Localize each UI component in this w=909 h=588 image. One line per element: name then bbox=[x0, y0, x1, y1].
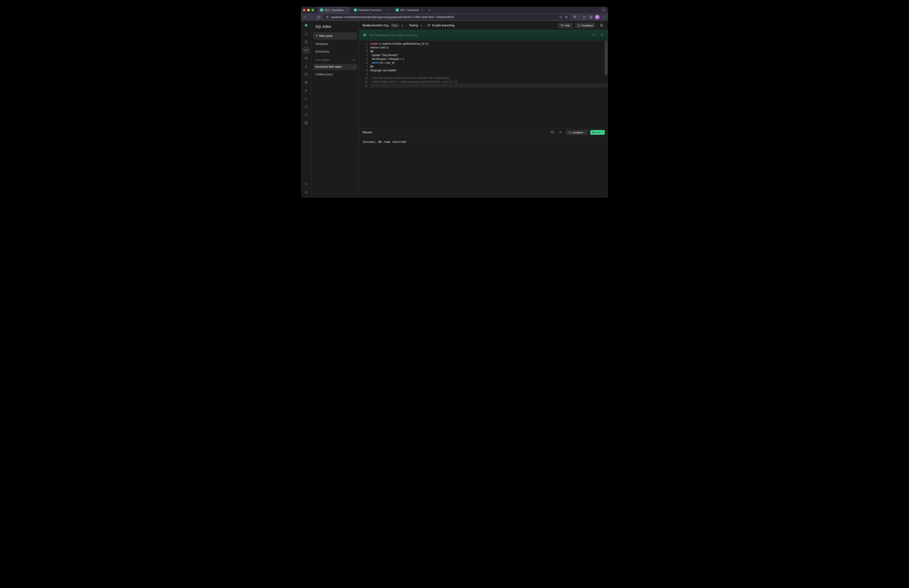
svg-point-4 bbox=[604, 16, 604, 16]
main-panel: BeeBombshell's Org Free ⇅ / Testing ⇅ / … bbox=[359, 21, 608, 198]
tab-title: Database Functions | Supaba bbox=[358, 8, 385, 11]
query-item[interactable]: Increment field value ⌄ bbox=[313, 64, 357, 70]
search-icon[interactable] bbox=[303, 181, 310, 188]
line-gutter: 123456789101112 bbox=[359, 40, 370, 128]
section-label: Your queries bbox=[315, 58, 330, 61]
address-bar[interactable]: supabase.com/dashboard/project/jjirvujja… bbox=[323, 14, 570, 20]
zoom-icon[interactable] bbox=[559, 15, 563, 19]
sql-editor-icon[interactable] bbox=[303, 47, 310, 54]
favorite-icon[interactable] bbox=[550, 131, 555, 134]
ai-diamond-icon bbox=[363, 33, 367, 37]
tabs-dropdown-button[interactable]: ⌄ bbox=[601, 8, 606, 12]
notifications-button[interactable] bbox=[598, 23, 605, 29]
org-crumb[interactable]: BeeBombshell's Org Free ⇅ bbox=[363, 24, 404, 27]
logs-icon[interactable] bbox=[303, 103, 310, 110]
site-settings-icon[interactable] bbox=[325, 15, 329, 19]
svg-point-16 bbox=[428, 26, 429, 26]
svg-point-1 bbox=[328, 18, 328, 18]
reading-list-icon[interactable] bbox=[582, 15, 587, 19]
svg-point-19 bbox=[593, 35, 594, 36]
run-button[interactable]: Run ⌘ ↵ bbox=[590, 130, 605, 135]
close-window-button[interactable] bbox=[303, 9, 305, 11]
close-tab-button[interactable]: × bbox=[421, 8, 423, 12]
help-button[interactable]: Help bbox=[558, 23, 573, 28]
favicon-icon bbox=[354, 8, 357, 11]
browser-menu-button[interactable] bbox=[601, 15, 606, 19]
new-query-label: New query bbox=[319, 34, 333, 37]
plan-badge: Free bbox=[390, 24, 399, 27]
project-topbar: BeeBombshell's Org Free ⇅ / Testing ⇅ / … bbox=[359, 21, 608, 30]
reload-button[interactable] bbox=[316, 15, 321, 19]
home-icon[interactable] bbox=[303, 31, 310, 37]
quickstarts-link[interactable]: Quickstarts bbox=[313, 48, 357, 55]
sidebar-section-header: Your queries bbox=[313, 56, 357, 62]
results-header: Results ⌄ role postgres ⌄ Run ⌘ ↵ bbox=[359, 128, 608, 136]
svg-point-6 bbox=[604, 18, 604, 18]
url-text: supabase.com/dashboard/project/jjirvujja… bbox=[331, 15, 557, 19]
favicon-icon bbox=[396, 8, 399, 11]
browser-tab[interactable]: SQL | Supabase × bbox=[318, 6, 350, 13]
query-label: Increment field value bbox=[315, 65, 342, 68]
search-queries-icon[interactable] bbox=[352, 58, 355, 61]
tab-strip: SQL | Supabase × Database Functions | Su… bbox=[301, 6, 608, 13]
storage-icon[interactable] bbox=[303, 71, 310, 78]
auth-icon[interactable] bbox=[303, 63, 310, 70]
tab-title: SQL | Supabase bbox=[400, 8, 419, 11]
templates-link[interactable]: Templates bbox=[313, 41, 357, 47]
user-icon[interactable] bbox=[303, 189, 310, 196]
wrap-icon[interactable] bbox=[558, 131, 563, 134]
chevron-down-icon: ⌄ bbox=[373, 131, 375, 134]
query-item[interactable]: Untitled query bbox=[313, 71, 357, 78]
extensions-button[interactable] bbox=[572, 15, 577, 19]
code-content[interactable]: create or replace function getBreed(row_… bbox=[370, 40, 608, 128]
maximize-window-button[interactable] bbox=[312, 9, 314, 11]
browser-toolbar: supabase.com/dashboard/project/jjirvujja… bbox=[301, 13, 608, 21]
sidebar-title: SQL Editor bbox=[313, 24, 357, 31]
database-icon[interactable] bbox=[303, 55, 310, 62]
results-output: Success. No rows returned bbox=[359, 136, 608, 198]
realtime-icon[interactable] bbox=[303, 87, 310, 94]
browser-tab[interactable]: Database Functions | Supaba × bbox=[352, 6, 392, 13]
role-selector[interactable]: role postgres ⌄ bbox=[566, 130, 588, 135]
back-button[interactable] bbox=[303, 15, 308, 19]
ai-settings-icon[interactable] bbox=[591, 32, 597, 38]
forward-button[interactable] bbox=[310, 15, 314, 19]
tab-title: SQL | Supabase bbox=[325, 8, 344, 11]
profile-avatar[interactable] bbox=[595, 15, 599, 19]
ai-input-placeholder[interactable]: Ask Supabase AI to modify your query bbox=[369, 34, 589, 37]
ai-assist-bar: Ask Supabase AI to modify your query bbox=[359, 30, 608, 40]
feedback-button[interactable]: Feedback bbox=[575, 23, 596, 28]
settings-icon[interactable] bbox=[303, 119, 310, 126]
chevron-updown-icon[interactable]: ⇅ bbox=[420, 24, 422, 27]
new-query-button[interactable]: + New query bbox=[313, 32, 357, 39]
svg-point-13 bbox=[305, 191, 307, 192]
new-tab-button[interactable]: + bbox=[427, 8, 432, 12]
close-tab-button[interactable]: × bbox=[346, 8, 348, 12]
minimize-window-button[interactable] bbox=[307, 9, 310, 11]
keyboard-hint: ⌘ ↵ bbox=[598, 131, 603, 134]
svg-rect-7 bbox=[305, 41, 307, 43]
reports-icon[interactable] bbox=[303, 95, 310, 102]
side-panel-icon[interactable] bbox=[589, 15, 593, 19]
browser-tab[interactable]: SQL | Supabase × bbox=[393, 6, 426, 13]
supabase-logo-icon[interactable] bbox=[304, 23, 308, 27]
close-tab-button[interactable]: × bbox=[388, 8, 390, 12]
enable-branching-button[interactable]: Enable branching bbox=[428, 24, 454, 27]
svg-point-14 bbox=[353, 59, 354, 61]
table-editor-icon[interactable] bbox=[303, 39, 310, 46]
close-icon[interactable] bbox=[599, 32, 605, 38]
window-controls bbox=[303, 9, 314, 11]
svg-point-5 bbox=[604, 17, 604, 17]
chevron-updown-icon[interactable]: ⇅ bbox=[402, 24, 404, 27]
results-tab[interactable]: Results ⌄ bbox=[363, 131, 375, 134]
bookmark-star-icon[interactable] bbox=[565, 15, 568, 19]
api-docs-icon[interactable] bbox=[303, 111, 310, 118]
svg-point-0 bbox=[328, 16, 328, 16]
project-crumb[interactable]: Testing ⇅ bbox=[409, 24, 422, 27]
code-editor[interactable]: 123456789101112 create or replace functi… bbox=[359, 40, 608, 128]
editor-scrollbar[interactable] bbox=[605, 40, 607, 128]
query-label: Untitled query bbox=[315, 73, 333, 76]
chevron-down-icon[interactable]: ⌄ bbox=[353, 66, 355, 68]
edge-functions-icon[interactable] bbox=[303, 79, 310, 86]
browser-window: SQL | Supabase × Database Functions | Su… bbox=[301, 6, 608, 198]
